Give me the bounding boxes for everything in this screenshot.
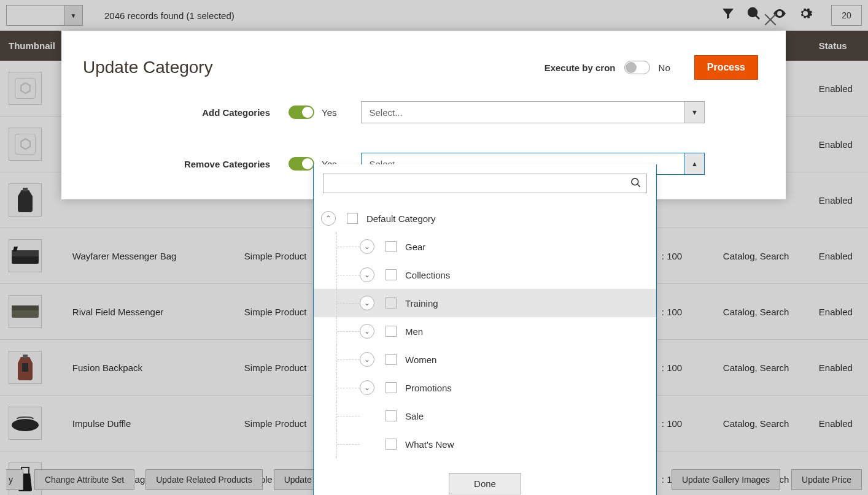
- chevron-down-icon[interactable]: ⌄: [360, 352, 374, 367]
- tree-label: Collections: [405, 270, 450, 280]
- tree-row[interactable]: ⌄ Women: [314, 345, 656, 374]
- tree-row[interactable]: ⌄ Men: [314, 317, 656, 345]
- remove-categories-toggle[interactable]: [289, 157, 314, 171]
- execute-by-cron-label: Execute by cron: [544, 63, 616, 73]
- tree-label: What's New: [405, 439, 454, 450]
- chevron-down-icon[interactable]: ⌄: [360, 296, 374, 310]
- category-search-input[interactable]: [323, 174, 647, 193]
- chevron-down-icon[interactable]: ⌄: [360, 380, 374, 395]
- tree-label: Promotions: [405, 383, 452, 393]
- checkbox[interactable]: [386, 382, 397, 393]
- tree-row[interactable]: ⌄ Promotions: [314, 374, 656, 402]
- svg-line-11: [638, 185, 640, 187]
- chevron-up-icon[interactable]: ⌃: [321, 211, 336, 226]
- tree-row[interactable]: ⌄ Training: [314, 289, 656, 317]
- add-categories-state: Yes: [322, 107, 336, 118]
- category-search: [323, 174, 647, 193]
- execute-by-cron-toggle[interactable]: [624, 61, 650, 74]
- chevron-down-icon[interactable]: ⌄: [360, 324, 374, 339]
- done-button[interactable]: Done: [449, 473, 521, 494]
- remove-categories-label: Remove Categories: [83, 159, 289, 169]
- close-icon[interactable]: [761, 10, 780, 29]
- search-icon: [630, 177, 642, 189]
- chevron-down-icon: ▼: [684, 102, 704, 123]
- add-categories-select[interactable]: Select... ▼: [361, 101, 705, 123]
- tree-label: Women: [405, 355, 436, 365]
- chevron-down-icon[interactable]: ⌄: [360, 267, 374, 282]
- category-tree-dropdown: ⌃ Default Category ⌄ Gear ⌄ Collections …: [313, 164, 657, 495]
- modal-title: Update Category: [83, 58, 213, 77]
- checkbox[interactable]: [386, 439, 397, 450]
- checkbox[interactable]: [347, 213, 358, 224]
- checkbox[interactable]: [386, 241, 397, 252]
- chevron-down-icon[interactable]: ⌄: [360, 239, 374, 254]
- tree-label: Training: [405, 298, 438, 309]
- add-categories-toggle[interactable]: [289, 106, 314, 119]
- execute-by-cron-state: No: [659, 63, 670, 73]
- tree-row[interactable]: Sale: [314, 402, 656, 430]
- checkbox[interactable]: [386, 354, 397, 365]
- checkbox[interactable]: [386, 297, 397, 309]
- checkbox[interactable]: [386, 326, 397, 337]
- checkbox[interactable]: [386, 410, 397, 421]
- tree-label: Gear: [405, 242, 425, 252]
- tree-label: Men: [405, 326, 423, 337]
- tree-row[interactable]: ⌄ Gear: [314, 232, 656, 261]
- svg-point-10: [632, 178, 638, 185]
- checkbox[interactable]: [386, 269, 397, 280]
- chevron-up-icon: ▲: [684, 153, 704, 174]
- tree-row-root[interactable]: ⌃ Default Category: [314, 204, 656, 232]
- tree-row[interactable]: ⌄ Collections: [314, 261, 656, 289]
- add-categories-label: Add Categories: [83, 107, 289, 118]
- tree-label: Sale: [405, 411, 424, 421]
- process-button[interactable]: Process: [694, 55, 758, 80]
- tree-row[interactable]: What's New: [314, 430, 656, 458]
